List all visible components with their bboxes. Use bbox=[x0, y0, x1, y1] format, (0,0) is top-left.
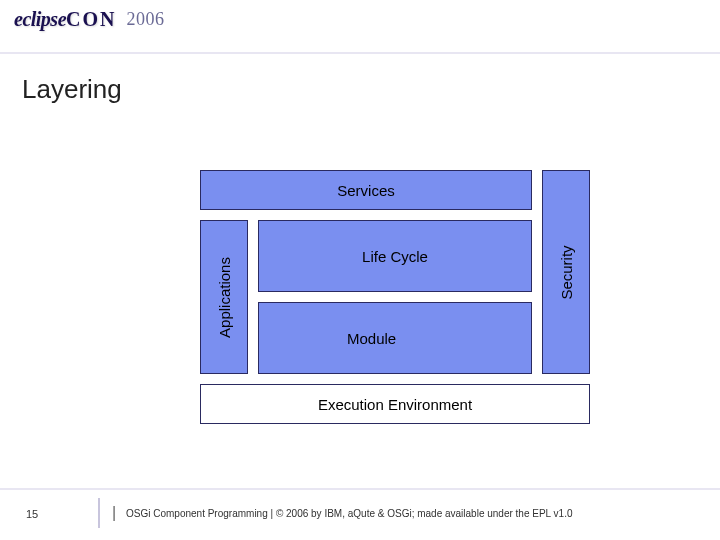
layer-applications: Applications bbox=[200, 220, 248, 374]
logo-year: 2006 bbox=[126, 9, 164, 30]
conference-logo: eclipseCON 2006 bbox=[14, 8, 706, 31]
page-number: 15 bbox=[26, 508, 38, 520]
logo-suffix: CON bbox=[66, 8, 116, 30]
layer-applications-label: Applications bbox=[216, 257, 233, 338]
layer-security-label: Security bbox=[558, 245, 575, 299]
layer-lifecycle-label: Life Cycle bbox=[362, 248, 428, 265]
layer-execution-environment: Execution Environment bbox=[200, 384, 590, 424]
footer: 15 | OSGi Component Programming | © 2006… bbox=[0, 488, 720, 540]
header: eclipseCON 2006 bbox=[0, 0, 720, 56]
logo-mark: eclipseCON bbox=[14, 8, 116, 31]
layering-diagram: Services Applications Life Cycle Module … bbox=[170, 170, 590, 460]
logo-text: eclipse bbox=[14, 8, 66, 30]
footer-copyright: OSGi Component Programming | © 2006 by I… bbox=[126, 508, 572, 519]
layer-services-label: Services bbox=[337, 182, 395, 199]
footer-pipe-icon: | bbox=[112, 504, 116, 522]
layer-module: Module bbox=[258, 302, 532, 374]
layer-services: Services bbox=[200, 170, 532, 210]
layer-module-label: Module bbox=[347, 330, 396, 347]
header-divider bbox=[0, 52, 720, 54]
footer-separator bbox=[98, 498, 100, 528]
layer-lifecycle: Life Cycle bbox=[258, 220, 532, 292]
layer-execenv-label: Execution Environment bbox=[318, 396, 472, 413]
page-title: Layering bbox=[22, 74, 122, 105]
layer-security: Security bbox=[542, 170, 590, 374]
